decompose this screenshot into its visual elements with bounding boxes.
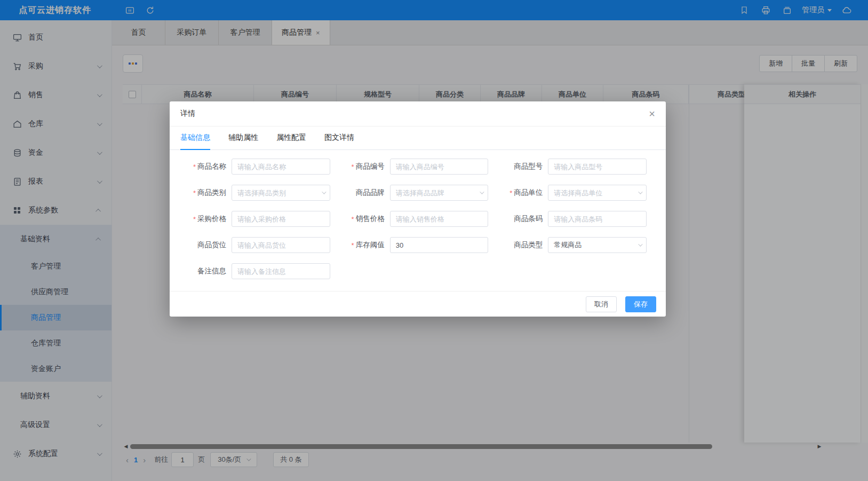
field-product-model: 商品型号 <box>497 159 655 175</box>
product-model-input[interactable] <box>548 159 647 175</box>
purchase-price-input[interactable] <box>232 211 330 227</box>
stock-threshold-input[interactable] <box>390 237 489 253</box>
modal-title: 详情 <box>180 109 195 119</box>
product-code-input[interactable] <box>390 159 489 175</box>
required-mark: * <box>352 241 354 249</box>
product-name-input[interactable] <box>232 159 330 175</box>
field-label: 采购价格 <box>197 214 226 224</box>
required-mark: * <box>509 189 512 197</box>
remarks-input[interactable] <box>232 263 330 279</box>
product-brand-select[interactable] <box>390 185 489 201</box>
close-icon[interactable]: × <box>649 108 655 119</box>
field-product-brand: 商品品牌 <box>339 185 497 201</box>
modal-tab-media-detail[interactable]: 图文详情 <box>324 127 354 150</box>
field-label: 商品品牌 <box>356 188 385 198</box>
field-label: 商品型号 <box>514 162 543 171</box>
modal-form: *商品名称 *商品编号 商品型号 *商品类别 商品品牌 *商 <box>170 150 666 279</box>
field-label: 商品货位 <box>197 240 226 250</box>
field-product-code: *商品编号 <box>339 159 497 175</box>
storage-location-input[interactable] <box>232 237 330 253</box>
field-label: 商品编号 <box>356 162 385 171</box>
required-mark: * <box>193 163 196 171</box>
field-label: 商品条码 <box>514 214 543 224</box>
field-label: 商品单位 <box>514 188 543 198</box>
required-mark: * <box>352 163 354 171</box>
field-sale-price: *销售价格 <box>339 211 497 227</box>
cancel-button[interactable]: 取消 <box>586 296 617 312</box>
field-product-type: 商品类型 <box>497 237 655 253</box>
modal-tabs: 基础信息 辅助属性 属性配置 图文详情 <box>170 127 666 150</box>
field-label: 商品类别 <box>197 188 226 198</box>
field-storage-location: 商品货位 <box>180 237 339 253</box>
product-category-select[interactable] <box>232 185 330 201</box>
field-product-name: *商品名称 <box>180 159 339 175</box>
modal-tab-basic-info[interactable]: 基础信息 <box>180 127 210 150</box>
modal-tab-aux-attrs[interactable]: 辅助属性 <box>228 127 258 150</box>
required-mark: * <box>193 215 196 223</box>
field-label: 销售价格 <box>356 214 385 224</box>
field-remarks: 备注信息 <box>180 263 339 279</box>
field-barcode: 商品条码 <box>497 211 655 227</box>
required-mark: * <box>193 189 196 197</box>
field-label: 商品类型 <box>514 240 543 250</box>
field-label: 库存阈值 <box>356 240 385 250</box>
field-label: 商品名称 <box>197 162 226 171</box>
modal-tab-attr-config[interactable]: 属性配置 <box>276 127 306 150</box>
product-unit-select[interactable] <box>548 185 647 201</box>
field-product-category: *商品类别 <box>180 185 339 201</box>
field-purchase-price: *采购价格 <box>180 211 339 227</box>
save-button[interactable]: 保存 <box>625 296 656 312</box>
product-type-select[interactable] <box>548 237 647 253</box>
sale-price-input[interactable] <box>390 211 489 227</box>
field-label: 备注信息 <box>197 266 226 276</box>
modal-header: 详情 × <box>170 101 666 127</box>
required-mark: * <box>352 215 354 223</box>
field-stock-threshold: *库存阈值 <box>339 237 497 253</box>
detail-modal: 详情 × 基础信息 辅助属性 属性配置 图文详情 *商品名称 *商品编号 商品型… <box>170 101 666 317</box>
modal-footer: 取消 保存 <box>170 291 666 317</box>
barcode-input[interactable] <box>548 211 647 227</box>
field-product-unit: *商品单位 <box>497 185 655 201</box>
